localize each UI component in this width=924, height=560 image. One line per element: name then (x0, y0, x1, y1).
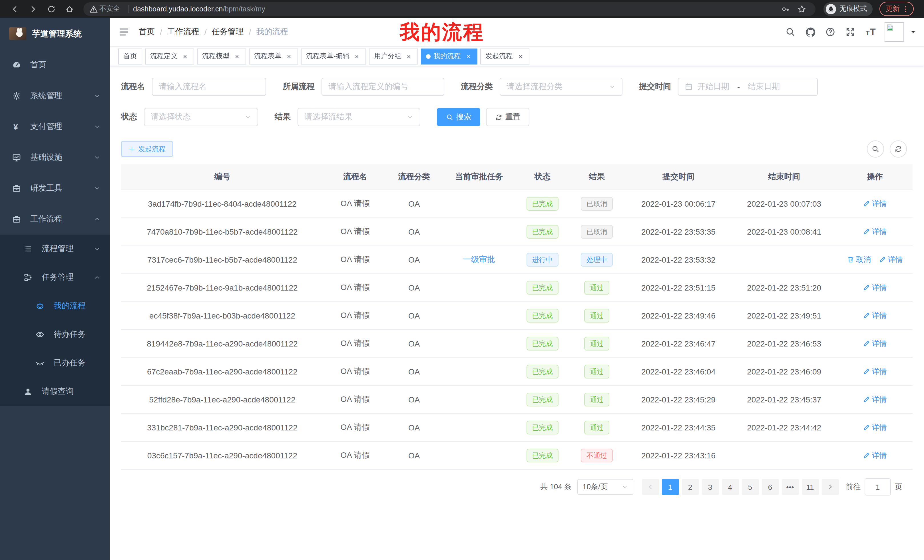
breadcrumb-item[interactable]: 工作流程 (167, 27, 199, 37)
filter-input[interactable]: 请输入流程名 (152, 78, 266, 96)
header-search-icon[interactable] (784, 26, 796, 38)
table-row: 52ffd28e-7b9a-11ec-a290-acde48001122OA 请… (121, 386, 913, 413)
detail-link[interactable]: 详情 (863, 338, 887, 349)
close-icon[interactable]: × (233, 52, 241, 60)
reset-button[interactable]: 重置 (486, 108, 530, 126)
tab-5[interactable]: 流程表单-编辑× (301, 48, 366, 64)
status-badge: 已完成 (526, 225, 558, 239)
avatar[interactable] (885, 22, 904, 42)
close-icon[interactable]: × (405, 52, 413, 60)
incognito-label: 无痕模式 (840, 4, 867, 14)
tab-8[interactable]: 发起流程× (480, 48, 530, 64)
cell-status: 已完成 (517, 302, 568, 329)
filter-select[interactable]: 请选择流程分类 (500, 78, 622, 96)
page-button-2[interactable]: 2 (682, 479, 699, 495)
detail-link[interactable]: 详情 (863, 310, 887, 321)
sidebar-item-5[interactable]: 研发工具 (0, 173, 110, 204)
next-page-button[interactable] (822, 479, 838, 495)
cell-result: 通过 (568, 358, 626, 386)
start-process-button[interactable]: 发起流程 (121, 141, 173, 157)
browser-forward-icon[interactable] (27, 3, 39, 15)
bookmark-star-icon[interactable] (797, 3, 806, 15)
detail-link[interactable]: 详情 (863, 283, 887, 293)
sidebar-collapse-icon[interactable] (118, 26, 130, 38)
browser-reload-icon[interactable] (46, 3, 57, 15)
sidebar-item-1[interactable]: 首页 (0, 49, 110, 81)
close-icon[interactable]: × (353, 52, 361, 60)
cell-id: ec45f38f-7b9a-11ec-b03b-acde48001122 (121, 302, 324, 329)
tab-4[interactable]: 流程表单× (249, 48, 298, 64)
sidebar-item-10[interactable]: 待办任务 (0, 320, 110, 349)
browser-menu-icon[interactable] (902, 5, 910, 13)
page-size-select[interactable]: 10条/页 (578, 479, 633, 495)
task-link[interactable]: 一级审批 (463, 255, 495, 264)
sidebar-item-9[interactable]: 我的流程 (0, 292, 110, 320)
page-button-3[interactable]: 3 (702, 479, 719, 495)
cell-actions: 详情 (837, 302, 913, 329)
browser-home-icon[interactable] (64, 3, 75, 15)
help-icon[interactable] (825, 26, 836, 38)
page-button-11[interactable]: 11 (801, 479, 819, 495)
font-size-icon[interactable]: TT (865, 26, 876, 38)
annotation-overlay: 我的流程 (400, 20, 484, 44)
detail-link[interactable]: 详情 (863, 394, 887, 405)
avatar-caret-icon[interactable] (909, 28, 917, 36)
date-range-picker[interactable]: 开始日期-结束日期 (678, 78, 818, 96)
detail-link[interactable]: 详情 (863, 227, 887, 237)
sidebar-item-7[interactable]: 流程管理 (0, 235, 110, 263)
cell-process-name: OA 请假 (324, 442, 387, 470)
detail-link[interactable]: 详情 (879, 255, 903, 265)
search-button[interactable]: 搜索 (437, 108, 480, 126)
filter-select[interactable]: 请选择状态 (144, 108, 258, 126)
sidebar-item-11[interactable]: 已办任务 (0, 349, 110, 377)
sidebar-item-label: 待办任务 (54, 329, 86, 340)
page-ellipsis[interactable]: ••• (782, 479, 799, 495)
goto-page-input[interactable]: 1 (865, 478, 891, 496)
prev-page-button[interactable] (642, 479, 659, 495)
page-button-6[interactable]: 6 (762, 479, 778, 495)
filter-input[interactable]: 请输入流程定义的编号 (321, 78, 444, 96)
page-button-1[interactable]: 1 (662, 479, 679, 495)
breadcrumb-item[interactable]: 任务管理 (212, 27, 244, 37)
detail-link[interactable]: 详情 (863, 422, 887, 433)
github-icon[interactable] (805, 26, 816, 38)
sidebar-item-6[interactable]: 工作流程 (0, 204, 110, 235)
show-search-button[interactable] (867, 141, 884, 157)
tab-2[interactable]: 流程定义× (145, 48, 194, 64)
address-bar[interactable]: 不安全 dashboard.yudao.iocoder.cn /bpm/task… (83, 2, 816, 16)
breadcrumb-item[interactable]: 首页 (139, 27, 155, 37)
page-button-5[interactable]: 5 (741, 479, 759, 495)
close-icon[interactable]: × (285, 52, 293, 60)
sidebar-item-4[interactable]: 基础设施 (0, 142, 110, 173)
app-logo[interactable]: 芋道管理系统 (0, 18, 110, 49)
sidebar-item-3[interactable]: ¥支付管理 (0, 111, 110, 142)
browser-update-button[interactable]: 更新 (879, 2, 914, 16)
tab-6[interactable]: 用户分组× (369, 48, 418, 64)
detail-link[interactable]: 详情 (863, 199, 887, 209)
detail-link[interactable]: 详情 (863, 367, 887, 377)
column-header: 结束时间 (731, 165, 837, 190)
tab-7[interactable]: 我的流程× (421, 48, 477, 64)
fullscreen-icon[interactable] (844, 26, 856, 38)
tab-1[interactable]: 首页 (118, 48, 142, 64)
breadcrumb: 首页/工作流程/任务管理/我的流程 (139, 27, 288, 37)
close-icon[interactable]: × (181, 52, 189, 60)
tab-3[interactable]: 流程模型× (197, 48, 246, 64)
column-header: 当前审批任务 (441, 165, 517, 190)
cell-actions: 详情 (837, 442, 913, 470)
close-icon[interactable]: × (464, 52, 472, 60)
sidebar-item-8[interactable]: 任务管理 (0, 263, 110, 292)
sidebar-item-12[interactable]: 请假查询 (0, 377, 110, 406)
cancel-link[interactable]: 取消 (847, 255, 871, 265)
close-icon[interactable]: × (516, 52, 524, 60)
filter-select[interactable]: 请选择流结果 (297, 108, 420, 126)
sidebar-item-2[interactable]: 系统管理 (0, 81, 110, 111)
password-key-icon[interactable] (781, 3, 790, 15)
browser-back-icon[interactable] (9, 3, 21, 15)
detail-link[interactable]: 详情 (863, 451, 887, 461)
security-warning-icon[interactable] (89, 3, 98, 15)
cell-result: 通过 (568, 302, 626, 329)
pagination-total: 共 104 条 (540, 482, 572, 492)
refresh-table-button[interactable] (890, 141, 907, 157)
page-button-4[interactable]: 4 (722, 479, 739, 495)
